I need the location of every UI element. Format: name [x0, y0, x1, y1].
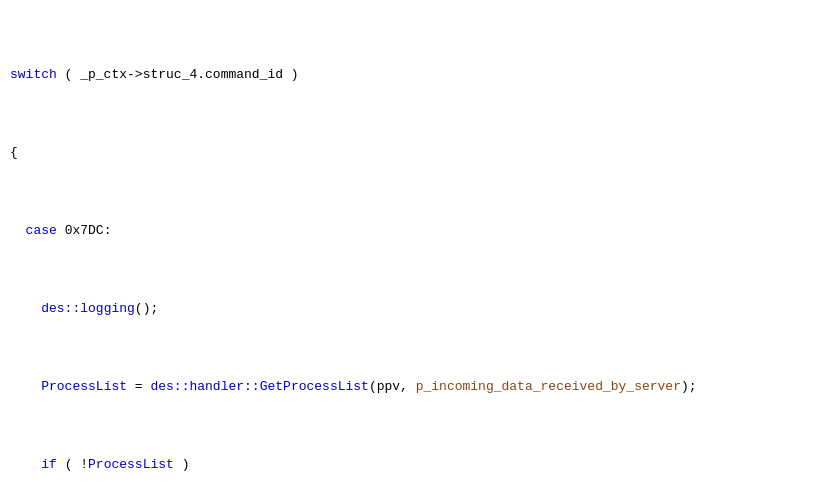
line-6: if ( !ProcessList ) — [10, 455, 823, 475]
code-viewer: switch ( _p_ctx->struc_4.command_id ) { … — [0, 0, 833, 502]
getprocesslist-call: des::handler::GetProcessList — [150, 379, 368, 394]
processlist-var-1: ProcessList — [41, 379, 127, 394]
case-keyword-1: case — [26, 223, 57, 238]
switch-keyword: switch — [10, 67, 57, 82]
if-keyword-1: if — [41, 457, 57, 472]
line-5: ProcessList = des::handler::GetProcessLi… — [10, 377, 823, 397]
line-3: case 0x7DC: — [10, 221, 823, 241]
line-1: switch ( _p_ctx->struc_4.command_id ) — [10, 65, 823, 85]
param-1: p_incoming_data_received_by_server — [416, 379, 681, 394]
line-2: { — [10, 143, 823, 163]
processlist-check-1: ProcessList — [88, 457, 174, 472]
logging-call-1: des::logging — [41, 301, 135, 316]
line-4: des::logging(); — [10, 299, 823, 319]
